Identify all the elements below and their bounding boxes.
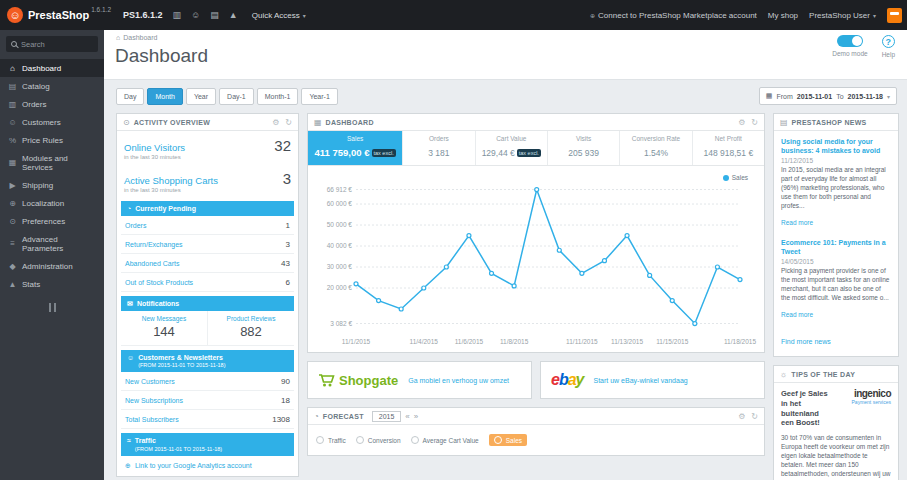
sidebar-item-orders[interactable]: ▥Orders — [0, 95, 104, 113]
table-row: Orders1 — [121, 216, 294, 235]
svg-text:30 000 €: 30 000 € — [327, 263, 353, 270]
new-subscriptions-link[interactable]: New Subscriptions — [125, 397, 183, 404]
kpi-visits[interactable]: Visits 205 939 — [548, 131, 620, 165]
read-more-link[interactable]: Read more — [781, 219, 813, 226]
shopgate-promo-panel[interactable]: Shopgate Ga mobiel en verhoog uw omzet — [307, 361, 532, 399]
sidebar-item-dashboard[interactable]: ⌂Dashboard — [0, 59, 104, 77]
my-shop-link[interactable]: My shop — [768, 11, 798, 20]
ebay-link[interactable]: Start uw eBay-winkel vandaag — [594, 377, 688, 384]
main-content: ⌂ Dashboard Dashboard Demo mode ? Help D… — [104, 30, 907, 480]
forecast-year-select[interactable]: 2015 — [372, 411, 402, 422]
filter-month-button[interactable]: Month — [147, 88, 182, 105]
search-input[interactable] — [21, 40, 93, 49]
total-subscribers-link[interactable]: Total Subscribers — [125, 416, 179, 423]
radio-icon — [356, 436, 364, 444]
forecast-legend-sales[interactable]: Sales — [489, 434, 527, 446]
people-icon: ☺ — [127, 353, 134, 362]
filter-year-1-button[interactable]: Year-1 — [301, 88, 337, 105]
news-item-title[interactable]: Ecommerce 101: Payments in a Tweet — [781, 238, 891, 256]
dashboard-panel: ▦ DASHBOARD ⚙↻ Sales 411 759,00 €tax exc… — [307, 113, 765, 353]
shop-name[interactable]: PS1.6.1.2 — [123, 10, 163, 20]
stats-icon: ▲ — [8, 280, 17, 289]
customers-icon: ☺ — [8, 118, 17, 127]
kpi-net-profit[interactable]: Net Profit 148 918,51 € — [693, 131, 764, 165]
gear-icon[interactable]: ⚙ — [272, 118, 279, 127]
pending-orders-link[interactable]: Orders — [125, 222, 146, 229]
svg-text:11/18/2015: 11/18/2015 — [724, 338, 756, 345]
forecast-prev-button[interactable]: « — [405, 412, 409, 421]
refresh-icon[interactable]: ↻ — [751, 118, 758, 127]
shopgate-link[interactable]: Ga mobiel en verhoog uw omzet — [408, 377, 509, 384]
bookmark-icon[interactable]: ▤ — [210, 10, 219, 20]
prestashop-logo-icon[interactable]: ☺ — [7, 7, 23, 23]
product-reviews-cell[interactable]: Product Reviews 882 — [207, 311, 294, 345]
sidebar-item-advanced-parameters[interactable]: ≡Advanced Parameters — [0, 230, 104, 257]
date-to-value: 2015-11-18 — [848, 93, 883, 100]
abandoned-carts-link[interactable]: Abandoned Carts — [125, 260, 179, 267]
list-item: Using social media for your business: 4 … — [781, 137, 891, 229]
news-item-title[interactable]: Using social media for your business: 4 … — [781, 137, 891, 155]
user-icon[interactable]: ☺ — [191, 10, 200, 20]
forecast-legend-traffic[interactable]: Traffic — [316, 436, 346, 444]
sidebar-item-administration[interactable]: ◆Administration — [0, 257, 104, 275]
news-item-excerpt: Picking a payment provider is one of the… — [781, 267, 891, 303]
ebay-promo-panel[interactable]: ebay Start uw eBay-winkel vandaag — [540, 361, 765, 399]
breadcrumb[interactable]: ⌂ Dashboard — [116, 34, 157, 41]
filter-year-button[interactable]: Year — [186, 88, 216, 105]
sidebar-item-price-rules[interactable]: %Price Rules — [0, 131, 104, 149]
rocket-icon[interactable]: ▲ — [229, 10, 238, 20]
sidebar-item-shipping[interactable]: ▶Shipping — [0, 176, 104, 194]
user-menu[interactable]: PrestaShop User ▾ — [809, 11, 876, 20]
kpi-conversion-rate[interactable]: Conversion Rate 1.54% — [620, 131, 692, 165]
administration-icon: ◆ — [8, 262, 17, 271]
new-customers-link[interactable]: New Customers — [125, 378, 175, 385]
date-range-picker[interactable]: ▦ From 2015-11-01 To 2015-11-18 ▾ — [759, 87, 897, 105]
find-more-news-link[interactable]: Find more news — [781, 338, 831, 345]
sidebar-item-modules[interactable]: ▦Modules and Services — [0, 149, 104, 176]
kpi-value: 148 918,51 € — [704, 148, 754, 158]
help-icon[interactable]: ? — [882, 35, 895, 48]
sidebar-item-localization[interactable]: ⊕Localization — [0, 194, 104, 212]
sidebar-item-stats[interactable]: ▲Stats — [0, 275, 104, 293]
gear-icon[interactable]: ⚙ — [738, 118, 745, 127]
pending-returns-link[interactable]: Return/Exchanges — [125, 241, 183, 248]
read-more-link[interactable]: Read more — [781, 311, 813, 318]
demo-mode-toggle[interactable] — [837, 35, 863, 47]
kpi-cart-value[interactable]: Cart Value 129,44 €tax excl. — [476, 131, 548, 165]
sidebar-search[interactable] — [6, 36, 98, 52]
cart-icon[interactable]: ▥ — [173, 10, 182, 20]
avatar[interactable] — [887, 8, 902, 23]
svg-text:3 082 €: 3 082 € — [330, 320, 352, 327]
filter-day-button[interactable]: Day — [116, 88, 144, 105]
quick-access-menu[interactable]: Quick Access ▾ — [252, 11, 306, 20]
kpi-label: Cart Value — [479, 135, 544, 142]
kpi-label: Sales — [311, 135, 399, 142]
forecast-next-button[interactable]: » — [414, 412, 418, 421]
sidebar-item-customers[interactable]: ☺Customers — [0, 113, 104, 131]
sales-series-dot — [723, 175, 729, 181]
marketplace-connect-link[interactable]: ⊕ Connect to PrestaShop Marketplace acco… — [590, 11, 757, 20]
new-messages-cell[interactable]: New Messages 144 — [121, 311, 207, 345]
dashboard-panel-header: ▦ DASHBOARD ⚙↻ — [308, 114, 764, 131]
google-analytics-link[interactable]: ⊕ Link to your Google Analytics account — [117, 456, 298, 476]
forecast-legend-conversion[interactable]: Conversion — [356, 436, 401, 444]
filter-day-1-button[interactable]: Day-1 — [219, 88, 254, 105]
sidebar-collapse-button[interactable] — [42, 303, 62, 312]
refresh-icon[interactable]: ↻ — [751, 412, 758, 421]
active-carts-link[interactable]: Active Shopping Carts — [124, 175, 218, 186]
out-of-stock-link[interactable]: Out of Stock Products — [125, 279, 193, 286]
forecast-icon: ◔ — [314, 412, 319, 421]
kpi-orders[interactable]: Orders 3 181 — [403, 131, 475, 165]
forecast-legend-average-cart-value[interactable]: Average Cart Value — [411, 436, 479, 444]
gear-icon[interactable]: ⚙ — [738, 412, 745, 421]
kpi-sales[interactable]: Sales 411 759,00 €tax excl. — [308, 131, 403, 165]
dashboard-content: ⊙ ACTIVITY OVERVIEW ⚙↻ Online Visitors 3… — [116, 113, 899, 480]
filter-month-1-button[interactable]: Month-1 — [257, 88, 299, 105]
sidebar-item-catalog[interactable]: ▤Catalog — [0, 77, 104, 95]
page-header: ⌂ Dashboard Dashboard Demo mode ? Help — [104, 30, 907, 80]
refresh-icon[interactable]: ↻ — [285, 118, 292, 127]
header-actions: Demo mode ? Help — [832, 35, 895, 58]
online-visitors-link[interactable]: Online Visitors — [124, 142, 185, 153]
news-item-date: 11/12/2015 — [781, 157, 891, 164]
sidebar-item-preferences[interactable]: ⊙Preferences — [0, 212, 104, 230]
